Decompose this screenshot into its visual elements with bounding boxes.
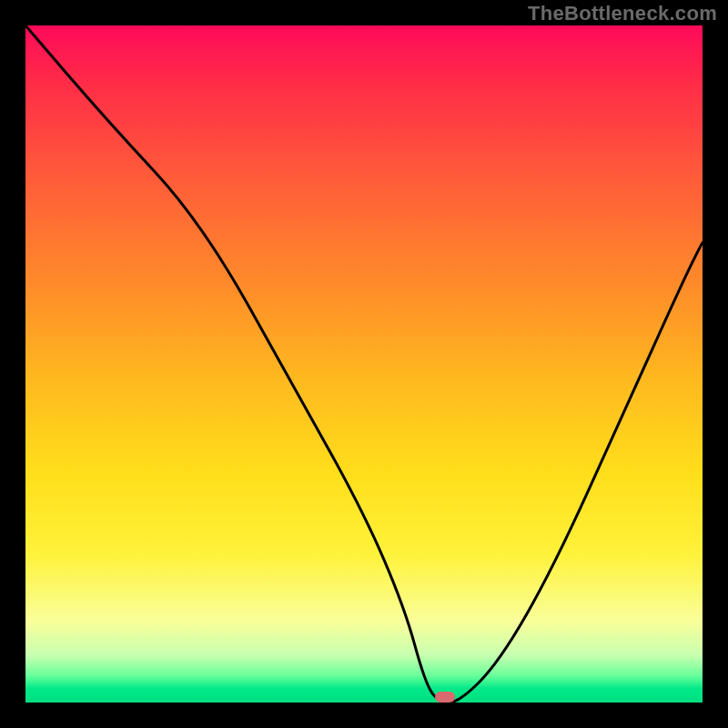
chart-frame: TheBottleneck.com xyxy=(0,0,728,728)
bottleneck-curve xyxy=(25,25,703,703)
watermark-text: TheBottleneck.com xyxy=(528,2,717,25)
plot-area xyxy=(25,25,703,703)
optimal-marker xyxy=(435,692,455,703)
